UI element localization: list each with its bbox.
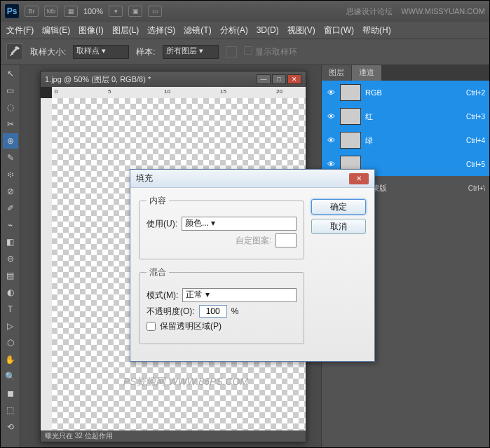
tab-channels[interactable]: 通道 bbox=[352, 65, 382, 81]
brush-tool[interactable]: ፨ bbox=[3, 167, 18, 182]
dialog-close-button[interactable]: ✕ bbox=[349, 173, 369, 184]
history-brush-tool[interactable]: ✐ bbox=[3, 201, 18, 216]
screenmode-toggle[interactable]: ⟲ bbox=[3, 419, 18, 435]
document-title: 1.jpg @ 50% (图层 0, RGB/8) * bbox=[45, 74, 151, 85]
path-tool[interactable]: ▷ bbox=[3, 318, 18, 334]
screen-mode-icon[interactable]: ▦ bbox=[64, 6, 78, 17]
lasso-tool[interactable]: ◌ bbox=[3, 100, 18, 115]
opacity-input[interactable] bbox=[199, 305, 227, 318]
tab-layers[interactable]: 图层 bbox=[322, 65, 352, 81]
channel-thumb bbox=[340, 108, 361, 125]
gradient-tool[interactable]: ◧ bbox=[3, 234, 18, 250]
hand-tool[interactable]: ✋ bbox=[3, 352, 18, 367]
mode-label: 模式(M): bbox=[147, 290, 178, 301]
channel-thumb bbox=[340, 132, 361, 149]
watermark-text: PS资源网 WWW.86PS.COM bbox=[80, 376, 292, 388]
menu-analysis[interactable]: 分析(A) bbox=[220, 25, 248, 36]
toolbox: ↖ ▭ ◌ ✂ ⊕ ✎ ፨ ⊘ ✐ ⌁ ◧ ⊖ ▤ ◐ T ▷ ⬡ ✋ 🔍 ◼ … bbox=[1, 65, 20, 447]
sample-size-label: 取样大小: bbox=[30, 46, 66, 58]
preserve-transparency-checkbox[interactable] bbox=[147, 322, 156, 331]
sample-select[interactable]: 所有图层 ▾ bbox=[163, 45, 219, 59]
channel-red[interactable]: 👁 红 Ctrl+3 bbox=[322, 104, 489, 128]
crop-tool[interactable]: ✂ bbox=[3, 116, 18, 132]
menu-layer[interactable]: 图层(L) bbox=[112, 25, 139, 36]
content-fieldset: 内容 使用(U): 颜色... ▾ 自定图案: bbox=[139, 195, 304, 259]
sample-size-select[interactable]: 取样点 ▾ bbox=[73, 45, 129, 59]
visibility-icon[interactable]: 👁 bbox=[326, 88, 336, 97]
app-titlebar: Ps Br Mb ▦ 100% ▾ ▣ ▭ 思缘设计论坛 WWW.MISSYUA… bbox=[1, 1, 489, 22]
menu-edit[interactable]: 编辑(E) bbox=[42, 25, 70, 36]
arrange-docs-icon[interactable]: ▣ bbox=[128, 6, 142, 17]
fill-dialog: 填充 ✕ 内容 使用(U): 颜色... ▾ 自定图案: 混合 模式(M): 正… bbox=[130, 169, 375, 362]
horizontal-ruler: 05101520 bbox=[52, 87, 306, 98]
shape-tool[interactable]: ⬡ bbox=[3, 335, 18, 351]
menu-help[interactable]: 帮助(H) bbox=[362, 25, 391, 36]
menu-3d[interactable]: 3D(D) bbox=[257, 25, 279, 35]
menu-view[interactable]: 视图(V) bbox=[287, 25, 315, 36]
healing-tool[interactable]: ✎ bbox=[3, 150, 18, 165]
content-legend: 内容 bbox=[147, 195, 169, 207]
opacity-label: 不透明度(O): bbox=[147, 306, 195, 318]
main-menu: 文件(F) 编辑(E) 图像(I) 图层(L) 选择(S) 滤镜(T) 分析(A… bbox=[1, 22, 489, 39]
pen-tool[interactable]: ◐ bbox=[3, 285, 18, 300]
show-ring-label: 显示取样环 bbox=[255, 47, 297, 57]
menu-window[interactable]: 窗口(W) bbox=[324, 25, 354, 36]
options-bar: 取样大小: 取样点 ▾ 样本: 所有图层 ▾ 显示取样环 bbox=[1, 39, 489, 65]
quickmask-toggle[interactable]: ⬚ bbox=[3, 402, 18, 418]
foreground-swatch[interactable]: ◼ bbox=[3, 386, 18, 401]
channel-green[interactable]: 👁 绿 Ctrl+4 bbox=[322, 128, 489, 152]
move-tool[interactable]: ↖ bbox=[3, 66, 18, 81]
dialog-title: 填充 bbox=[136, 172, 153, 184]
vertical-ruler bbox=[41, 98, 52, 430]
visibility-icon[interactable]: 👁 bbox=[326, 111, 336, 121]
dodge-tool[interactable]: ▤ bbox=[3, 268, 18, 283]
photoshop-icon: Ps bbox=[5, 4, 19, 18]
options-divider-icon bbox=[226, 46, 237, 57]
stamp-tool[interactable]: ⊘ bbox=[3, 184, 18, 199]
status-bar: 曝光只在 32 位起作用 bbox=[41, 430, 306, 442]
cancel-button[interactable]: 取消 bbox=[311, 219, 366, 234]
menu-filter[interactable]: 滤镜(T) bbox=[184, 25, 211, 36]
menu-file[interactable]: 文件(F) bbox=[6, 25, 34, 36]
blur-tool[interactable]: ⊖ bbox=[3, 251, 18, 266]
branding-url: WWW.MISSYUAN.COM bbox=[401, 7, 485, 15]
pattern-swatch bbox=[275, 233, 297, 247]
view-extras-icon[interactable]: ▾ bbox=[109, 6, 123, 17]
minibridge-icon[interactable]: Mb bbox=[44, 6, 58, 17]
minimize-button[interactable]: — bbox=[257, 74, 271, 84]
blend-legend: 混合 bbox=[147, 266, 169, 278]
branding-text: 思缘设计论坛 bbox=[346, 7, 393, 15]
marquee-tool[interactable]: ▭ bbox=[3, 83, 18, 98]
pattern-label: 自定图案: bbox=[236, 235, 271, 247]
blend-fieldset: 混合 模式(M): 正常 ▾ 不透明度(O): % 保留透明区域(P) bbox=[139, 266, 304, 344]
zoom-level[interactable]: 100% bbox=[83, 7, 103, 15]
zoom-tool[interactable]: 🔍 bbox=[3, 369, 18, 384]
bridge-icon[interactable]: Br bbox=[25, 6, 39, 17]
visibility-icon[interactable]: 👁 bbox=[326, 159, 336, 169]
preserve-transparency-label: 保留透明区域(P) bbox=[160, 320, 222, 332]
eraser-tool[interactable]: ⌁ bbox=[3, 217, 18, 233]
menu-image[interactable]: 图像(I) bbox=[79, 25, 103, 36]
menu-select[interactable]: 选择(S) bbox=[147, 25, 175, 36]
eyedropper-tool-icon[interactable] bbox=[6, 43, 23, 60]
use-label: 使用(U): bbox=[147, 218, 177, 230]
type-tool[interactable]: T bbox=[3, 301, 18, 317]
show-ring-checkbox[interactable] bbox=[244, 46, 252, 55]
visibility-icon[interactable]: 👁 bbox=[326, 135, 336, 145]
use-select[interactable]: 颜色... ▾ bbox=[182, 217, 297, 231]
maximize-button[interactable]: □ bbox=[272, 74, 286, 84]
sample-label: 样本: bbox=[136, 46, 155, 58]
channel-thumb bbox=[340, 84, 361, 101]
screen-icon[interactable]: ▭ bbox=[148, 6, 162, 17]
opacity-unit: % bbox=[231, 306, 239, 316]
eyedropper-tool[interactable]: ⊕ bbox=[3, 133, 18, 149]
channel-rgb[interactable]: 👁 RGB Ctrl+2 bbox=[322, 81, 489, 104]
close-button[interactable]: ✕ bbox=[287, 74, 301, 84]
mode-select[interactable]: 正常 ▾ bbox=[182, 288, 297, 302]
ok-button[interactable]: 确定 bbox=[311, 199, 366, 215]
